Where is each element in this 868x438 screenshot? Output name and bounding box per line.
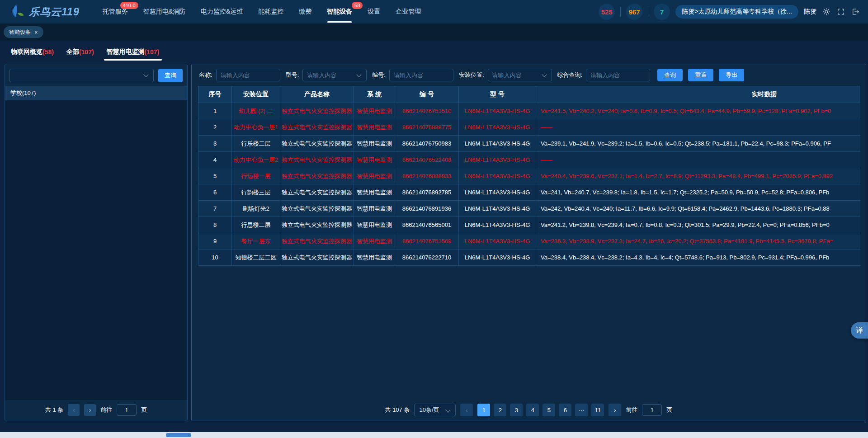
nav-item-label: 能耗监控 bbox=[258, 8, 283, 16]
table-row[interactable]: 8行思楼二层独立式电气火灾监控探测器智慧用电监测866214076565001L… bbox=[198, 217, 861, 233]
cell-sys: 智慧用电监测 bbox=[354, 217, 395, 233]
cell-loc: 行乐楼二层 bbox=[232, 136, 280, 152]
table-row[interactable]: 4动力中心负一层2独立式电气火灾监控探测器智慧用电监测8662140765224… bbox=[198, 152, 861, 168]
nav-item-1[interactable]: 智慧用电&消防 bbox=[136, 0, 193, 24]
fullscreen-icon[interactable] bbox=[836, 7, 845, 16]
table-row[interactable]: 6行韵楼三层独立式电气火灾监控探测器智慧用电监测866214076892785L… bbox=[198, 184, 861, 201]
cell-model: LN6M-L1T4A3V3-HS-4G bbox=[459, 250, 536, 266]
prev-page-icon[interactable]: ‹ bbox=[460, 404, 473, 416]
alarm-counter-2[interactable]: 7 bbox=[654, 4, 670, 20]
export-button[interactable]: 导出 bbox=[719, 69, 744, 81]
cell-prod: 独立式电气火灾监控探测器 bbox=[280, 103, 354, 119]
cell-sys: 智慧用电监测 bbox=[354, 184, 395, 201]
nav-item-7[interactable]: 企业管理 bbox=[388, 0, 429, 24]
settings-gear-icon[interactable] bbox=[822, 7, 831, 16]
cell-model: LN6M-L1T4A3V3-HS-4G bbox=[459, 184, 536, 201]
cell-sys: 智慧用电监测 bbox=[354, 119, 395, 136]
reset-button[interactable]: 重置 bbox=[688, 69, 713, 81]
table-row[interactable]: 10知德楼二层二区独立式电气火灾监控探测器智慧用电监测8662140762227… bbox=[198, 250, 861, 266]
col-header-0: 序号 bbox=[198, 86, 232, 103]
subtab-2[interactable]: 智慧用电监测(107) bbox=[100, 41, 166, 63]
cell-code: 866214076222710 bbox=[395, 250, 459, 266]
nav-item-5[interactable]: 智能设备58 bbox=[319, 0, 360, 24]
cell-prod: 独立式电气火灾监控探测器 bbox=[280, 233, 354, 250]
cell-model: LN6M-L1T4A3V3-HS-4G bbox=[459, 136, 536, 152]
tree-item-school[interactable]: 学校(107) bbox=[5, 86, 187, 100]
filter-combined-input[interactable] bbox=[586, 69, 650, 81]
col-header-2: 产品名称 bbox=[280, 86, 354, 103]
next-page-icon[interactable]: › bbox=[609, 404, 621, 416]
page-button-1[interactable]: 1 bbox=[477, 404, 490, 416]
alarm-counter-1[interactable]: 967 bbox=[626, 4, 642, 20]
filter-label-combined: 综合查询: bbox=[557, 71, 583, 79]
scrollbar-thumb[interactable] bbox=[166, 433, 191, 437]
alarm-counter-0[interactable]: 525 bbox=[599, 4, 615, 20]
cell-model: LN6M-L1T4A3V3-HS-4G bbox=[459, 168, 536, 184]
org-selector[interactable]: 陈贺>太原幼儿师范高等专科学校（徐... bbox=[675, 5, 798, 19]
cell-seq: 7 bbox=[198, 201, 232, 217]
col-header-5: 型 号 bbox=[459, 86, 536, 103]
cell-prod: 独立式电气火灾监控探测器 bbox=[280, 168, 354, 184]
table-row[interactable]: 5行远楼一层独立式电气火灾监控探测器智慧用电监测866214076888833L… bbox=[198, 168, 861, 184]
nav-item-3[interactable]: 能耗监控 bbox=[250, 0, 291, 24]
cell-rt: —— bbox=[536, 119, 861, 136]
logo-text: 乐鸟云119 bbox=[29, 5, 80, 19]
cell-loc: 知德楼二层二区 bbox=[232, 250, 280, 266]
nav-item-2[interactable]: 电力监控&运维 bbox=[193, 0, 250, 24]
filter-code-input[interactable] bbox=[389, 69, 453, 81]
more-pages-icon[interactable]: ··· bbox=[575, 404, 588, 416]
page-button-11[interactable]: 11 bbox=[591, 404, 604, 416]
cell-model: LN6M-L1T4A3V3-HS-4G bbox=[459, 217, 536, 233]
page-button-5[interactable]: 5 bbox=[542, 404, 555, 416]
cell-model: LN6M-L1T4A3V3-HS-4G bbox=[459, 119, 536, 136]
filter-location-select[interactable] bbox=[488, 69, 552, 81]
filter-combined-input[interactable] bbox=[586, 69, 650, 81]
cell-code: 866214076892785 bbox=[395, 184, 459, 201]
topbar: 乐鸟云119 托管服务410-0智慧用电&消防电力监控&运维能耗监控缴费智能设备… bbox=[0, 0, 868, 24]
page-button-2[interactable]: 2 bbox=[494, 404, 506, 416]
nav-item-6[interactable]: 设置 bbox=[360, 0, 388, 24]
table-row[interactable]: 3行乐楼二层独立式电气火灾监控探测器智慧用电监测866214076750983L… bbox=[198, 136, 861, 152]
cell-model: LN6M-L1T4A3V3-HS-4G bbox=[459, 103, 536, 119]
nav-item-4[interactable]: 缴费 bbox=[291, 0, 319, 24]
page-size-select[interactable]: 10条/页 bbox=[414, 404, 456, 416]
page-button-3[interactable]: 3 bbox=[510, 404, 523, 416]
subtab-label: 全部 bbox=[66, 48, 79, 56]
cell-rt: Va=242, Vb=240.4, Vc=240; Ia=11.7, Ib=6.… bbox=[536, 201, 861, 217]
horizontal-scrollbar[interactable] bbox=[0, 432, 868, 438]
filter-name-input[interactable] bbox=[217, 69, 280, 81]
table-row[interactable]: 1幼儿园 (2) 二独立式电气火灾监控探测器智慧用电监测866214076751… bbox=[198, 103, 861, 119]
sidebar-prev-page-icon[interactable]: ‹ bbox=[68, 404, 80, 416]
table-row[interactable]: 7剧场灯光2独立式电气火灾监控探测器智慧用电监测866214076891936L… bbox=[198, 201, 861, 217]
sidebar-search-select[interactable] bbox=[9, 69, 154, 82]
table-row[interactable]: 2动力中心负一层1独立式电气火灾监控探测器智慧用电监测8662140768887… bbox=[198, 119, 861, 136]
cell-seq: 3 bbox=[198, 136, 232, 152]
tab-smart-devices[interactable]: 智能设备 × bbox=[4, 26, 43, 38]
sidebar-page-input[interactable] bbox=[117, 404, 137, 416]
device-table: 序号安装位置产品名称系 统编 号型 号实时数据 1幼儿园 (2) 二独立式电气火… bbox=[198, 86, 860, 266]
main-page-input[interactable] bbox=[642, 404, 662, 416]
subtab-label: 物联网概览 bbox=[11, 48, 42, 56]
cell-loc: 行思楼二层 bbox=[232, 217, 280, 233]
filter-code-input[interactable] bbox=[390, 69, 453, 81]
subtab-1[interactable]: 全部(107) bbox=[60, 41, 100, 63]
subtab-0[interactable]: 物联网概览(58) bbox=[5, 41, 60, 63]
sidebar-query-button[interactable]: 查询 bbox=[158, 69, 183, 82]
cell-loc: 餐厅一层东 bbox=[232, 233, 280, 250]
filter-name-input[interactable] bbox=[216, 69, 280, 81]
translate-float-button[interactable]: 译 bbox=[851, 322, 868, 339]
cell-sys: 智慧用电监测 bbox=[354, 152, 395, 168]
table-row[interactable]: 9餐厅一层东独立式电气火灾监控探测器智慧用电监测866214076751569L… bbox=[198, 233, 861, 250]
subtab-count: (58) bbox=[42, 48, 54, 56]
logout-icon[interactable] bbox=[851, 7, 860, 16]
query-button[interactable]: 查询 bbox=[657, 69, 683, 81]
nav-item-0[interactable]: 托管服务410-0 bbox=[95, 0, 136, 24]
close-icon[interactable]: × bbox=[34, 29, 38, 35]
username[interactable]: 陈贺 bbox=[804, 8, 816, 16]
topbar-right: 5259677 陈贺>太原幼儿师范高等专科学校（徐... 陈贺 bbox=[599, 4, 860, 20]
sidebar-next-page-icon[interactable]: › bbox=[84, 404, 96, 416]
filter-model-select[interactable] bbox=[302, 69, 367, 81]
page-button-4[interactable]: 4 bbox=[526, 404, 539, 416]
divider bbox=[620, 7, 621, 17]
page-button-6[interactable]: 6 bbox=[559, 404, 571, 416]
